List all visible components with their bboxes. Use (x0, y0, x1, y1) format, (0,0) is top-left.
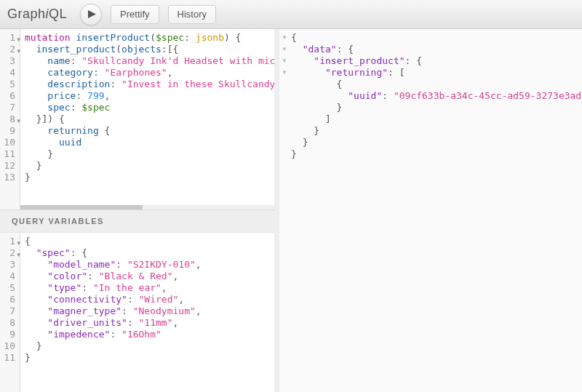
result-gutter: ▼▼▼▼ (279, 32, 290, 160)
prettify-button[interactable]: Prettify (111, 5, 159, 24)
vars-code[interactable]: { "spec": { "model_name": "S2IKDY-010", … (20, 233, 274, 392)
app-logo: GraphiQL (7, 7, 67, 22)
main-area: 1▼2▼345678▼910111213 mutation insertProd… (0, 29, 582, 392)
play-icon (88, 10, 96, 18)
result-panel: ▼▼▼▼ { "data": { "insert_product": { "re… (279, 29, 582, 392)
variables-editor[interactable]: 1▼2▼34567891011 { "spec": { "model_name"… (0, 233, 274, 392)
execute-button[interactable] (80, 4, 102, 25)
horizontal-scrollbar[interactable] (20, 205, 274, 209)
editor-panel: 1▼2▼345678▼910111213 mutation insertProd… (0, 29, 279, 392)
query-variables-header[interactable]: QUERY VARIABLES (0, 209, 274, 233)
scrollbar-thumb[interactable] (20, 205, 143, 209)
query-code[interactable]: mutation insertProduct($spec: jsonb) { i… (20, 29, 274, 209)
result-code: { "data": { "insert_product": { "returni… (290, 32, 582, 160)
query-gutter: 1▼2▼345678▼910111213 (0, 29, 20, 209)
query-editor[interactable]: 1▼2▼345678▼910111213 mutation insertProd… (0, 29, 274, 209)
vars-gutter: 1▼2▼34567891011 (0, 233, 20, 392)
logo-text-suffix: QL (49, 7, 67, 21)
history-button[interactable]: History (168, 5, 216, 24)
logo-text: Graph (7, 7, 46, 21)
toolbar: GraphiQL Prettify History (0, 0, 582, 29)
